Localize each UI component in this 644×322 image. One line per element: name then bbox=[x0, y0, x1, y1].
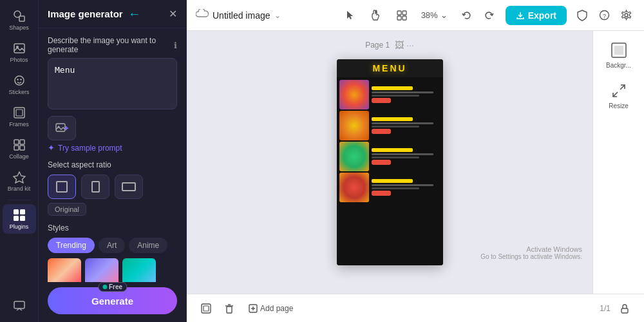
zoom-control[interactable]: 38% ⌄ bbox=[417, 8, 451, 23]
add-image-button[interactable] bbox=[48, 116, 76, 140]
panel-body: Describe the image you want to generate … bbox=[39, 28, 186, 282]
svg-rect-37 bbox=[227, 307, 232, 313]
prompt-textarea[interactable] bbox=[48, 58, 177, 109]
stickers-icon bbox=[12, 73, 26, 88]
sidebar-item-photos[interactable]: Photos bbox=[3, 37, 36, 67]
menu-text-1 bbox=[372, 86, 440, 103]
page-image-icon[interactable]: 🖼 bbox=[395, 40, 404, 50]
panel-close-button[interactable]: ✕ bbox=[169, 8, 177, 20]
redo-button[interactable] bbox=[478, 5, 499, 26]
doc-title-chevron[interactable]: ⌄ bbox=[274, 11, 281, 20]
svg-rect-16 bbox=[14, 216, 19, 221]
page-indicator: 1/1 bbox=[600, 304, 611, 313]
panel-title: Image generator bbox=[48, 8, 123, 19]
svg-rect-17 bbox=[20, 216, 25, 221]
grid-tool-button[interactable] bbox=[392, 5, 412, 26]
aspect-landscape-button[interactable] bbox=[115, 175, 143, 199]
zoom-value: 38% bbox=[421, 10, 438, 20]
settings-icon-button[interactable] bbox=[617, 6, 635, 24]
sparkle-icon: ✦ bbox=[48, 143, 55, 153]
bottom-frame-button[interactable] bbox=[197, 299, 215, 317]
svg-rect-8 bbox=[16, 109, 23, 116]
svg-rect-25 bbox=[397, 16, 401, 20]
svg-rect-1 bbox=[19, 16, 24, 21]
style-thumb-1[interactable] bbox=[48, 258, 81, 282]
food-image-2 bbox=[339, 111, 369, 140]
svg-rect-9 bbox=[14, 140, 19, 144]
shapes-label: Shapes bbox=[9, 24, 29, 31]
style-thumbnails bbox=[48, 258, 177, 282]
try-sample-prompt[interactable]: ✦ Try sample prompt bbox=[48, 143, 177, 153]
cloud-icon bbox=[196, 9, 209, 22]
menu-title-bar: MENU bbox=[337, 59, 443, 77]
add-page-button[interactable]: Add page bbox=[243, 299, 298, 317]
menu-visual: MENU bbox=[337, 59, 443, 265]
bottom-delete-button[interactable] bbox=[220, 299, 238, 317]
aspect-portrait-button[interactable] bbox=[81, 175, 109, 199]
styles-label: Styles bbox=[48, 223, 177, 232]
undo-button[interactable] bbox=[457, 5, 477, 26]
aspect-square-button[interactable] bbox=[48, 175, 76, 199]
add-page-label: Add page bbox=[260, 304, 293, 313]
resize-panel-item[interactable]: Resize bbox=[597, 78, 641, 113]
select-tool-button[interactable] bbox=[340, 5, 361, 26]
svg-rect-32 bbox=[614, 46, 623, 55]
free-badge: Free bbox=[98, 282, 127, 292]
frames-label: Frames bbox=[9, 121, 29, 128]
plugins-label: Plugins bbox=[10, 223, 29, 230]
export-button[interactable]: Export bbox=[506, 6, 567, 25]
panel-title-row: Image generator ← bbox=[48, 6, 141, 21]
sidebar-item-collage[interactable]: Collage bbox=[3, 134, 36, 164]
style-tabs: Trending Art Anime bbox=[48, 238, 177, 253]
canvas-area[interactable]: Page 1 🖼 ··· MENU bbox=[187, 31, 592, 294]
page-icons: 🖼 ··· bbox=[395, 40, 414, 50]
food-image-3 bbox=[339, 142, 369, 171]
style-tab-anime[interactable]: Anime bbox=[129, 238, 167, 253]
sidebar-item-brand[interactable]: Brand kit bbox=[3, 166, 36, 196]
bottom-bar: Add page 1/1 bbox=[187, 294, 644, 322]
sidebar-item-stickers[interactable]: Stickers bbox=[3, 70, 36, 99]
photos-icon bbox=[12, 41, 26, 55]
style-tab-trending[interactable]: Trending bbox=[48, 238, 95, 253]
page-label: Page 1 🖼 ··· bbox=[365, 40, 414, 50]
original-button[interactable]: Original bbox=[48, 203, 86, 216]
sidebar-item-chat[interactable] bbox=[3, 295, 36, 317]
style-thumb-3[interactable] bbox=[122, 258, 156, 282]
aspect-ratio-label: Select aspect ratio bbox=[48, 160, 177, 169]
square-shape bbox=[56, 181, 68, 193]
resize-label: Resize bbox=[609, 102, 629, 109]
generate-button[interactable]: Free Generate bbox=[48, 287, 177, 314]
right-panel: Backgr... Resize bbox=[592, 31, 644, 294]
svg-rect-11 bbox=[14, 146, 19, 150]
shield-icon-button[interactable] bbox=[573, 6, 591, 24]
style-tab-art[interactable]: Art bbox=[99, 238, 125, 253]
menu-text-2 bbox=[372, 117, 440, 134]
panel-header: Image generator ← ✕ bbox=[39, 0, 186, 28]
style-thumb-2[interactable] bbox=[85, 258, 118, 282]
help-icon-button[interactable]: ? bbox=[595, 6, 613, 24]
bottom-lock-button[interactable] bbox=[616, 299, 634, 317]
prompt-label: Describe the image you want to generate … bbox=[48, 36, 177, 54]
collage-icon bbox=[12, 138, 26, 152]
zoom-chevron: ⌄ bbox=[440, 10, 448, 20]
sidebar-item-frames[interactable]: Frames bbox=[3, 102, 36, 131]
svg-line-34 bbox=[613, 92, 618, 97]
bottom-left: Add page bbox=[197, 299, 298, 317]
sidebar-item-plugins[interactable]: Plugins bbox=[3, 204, 36, 234]
sidebar-item-shapes[interactable]: Shapes bbox=[3, 5, 36, 35]
svg-rect-24 bbox=[402, 11, 406, 15]
pan-tool-button[interactable] bbox=[366, 5, 386, 26]
styles-section: Styles Trending Art Anime bbox=[48, 223, 177, 282]
undo-redo-group bbox=[457, 5, 499, 26]
menu-item-3 bbox=[339, 142, 440, 171]
menu-items-area bbox=[337, 77, 443, 265]
plugin-panel: Image generator ← ✕ Describe the image y… bbox=[39, 0, 187, 322]
background-panel-item[interactable]: Backgr... bbox=[597, 37, 641, 73]
resize-icon bbox=[610, 82, 628, 100]
page-more-icon[interactable]: ··· bbox=[406, 40, 414, 50]
canvas-right-row: Page 1 🖼 ··· MENU bbox=[187, 31, 644, 294]
main-area: Untitled image ⌄ 38% ⌄ bbox=[187, 0, 644, 322]
doc-title: Untitled image bbox=[213, 10, 270, 21]
info-icon[interactable]: ℹ bbox=[174, 41, 177, 50]
svg-line-33 bbox=[620, 85, 625, 90]
